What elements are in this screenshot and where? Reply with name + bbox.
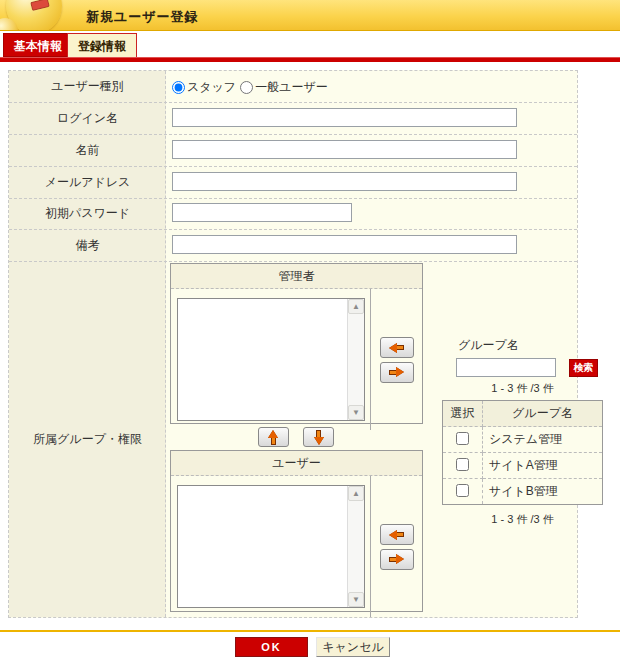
group-checkbox-site-a[interactable] xyxy=(456,458,469,471)
group-name-cell: サイトB管理 xyxy=(483,479,603,505)
group-name-cell: システム管理 xyxy=(483,427,603,453)
radio-general-user-label[interactable]: 一般ユーザー xyxy=(255,79,328,96)
user-box-body: ▲ ▼ xyxy=(171,476,422,617)
arrow-up-icon xyxy=(268,430,279,445)
scroll-up-icon[interactable]: ▲ xyxy=(348,486,364,501)
scroll-down-icon[interactable]: ▼ xyxy=(348,405,364,420)
scroll-up-icon[interactable]: ▲ xyxy=(348,299,364,314)
note-input[interactable] xyxy=(172,235,517,254)
search-button[interactable]: 検索 xyxy=(569,359,598,377)
label-name: 名前 xyxy=(9,134,166,166)
admin-listbox-scrollbar[interactable]: ▲ ▼ xyxy=(347,299,364,420)
col-header-select: 選択 xyxy=(443,401,483,427)
admin-move-buttons xyxy=(370,289,422,430)
user-listbox-scrollbar[interactable]: ▲ ▼ xyxy=(347,486,364,607)
label-group-permission: 所属グループ・権限 xyxy=(9,261,166,617)
tab-basic-info[interactable]: 基本情報 xyxy=(3,33,73,57)
result-count-bottom: 1 - 3 件 /3 件 xyxy=(442,512,603,527)
user-move-buttons xyxy=(370,476,422,617)
admin-listbox-wrap: ▲ ▼ xyxy=(171,289,370,430)
admin-box-title: 管理者 xyxy=(171,264,422,289)
new-user-registration-page: 新規ユーザー登録 基本情報 登録情報 ユーザー種別 ログイン名 名前 メールアド… xyxy=(0,0,620,662)
tab-registration-info[interactable]: 登録情報 xyxy=(67,33,137,57)
group-name-search-input[interactable] xyxy=(456,358,556,377)
label-note: 備考 xyxy=(9,229,166,261)
scroll-down-icon[interactable]: ▼ xyxy=(348,592,364,607)
move-up-button[interactable] xyxy=(258,427,289,447)
group-table: 選択 グループ名 システム管理 サイトA管理 サイトB管理 xyxy=(442,400,603,505)
radio-general-user[interactable] xyxy=(240,81,253,94)
group-checkbox-system[interactable] xyxy=(456,432,469,445)
admin-group-listbox[interactable]: ▲ ▼ xyxy=(177,298,365,421)
page-title: 新規ユーザー登録 xyxy=(86,8,199,26)
label-user-type: ユーザー種別 xyxy=(9,71,166,102)
arrow-down-icon xyxy=(313,430,324,445)
group-name-cell: サイトA管理 xyxy=(483,453,603,479)
arrow-left-icon xyxy=(389,529,404,540)
table-row: サイトA管理 xyxy=(443,453,603,479)
footer-divider xyxy=(0,630,620,632)
tab-underline-bar xyxy=(0,57,620,62)
user-group-box: ユーザー ▲ ▼ xyxy=(170,450,423,612)
initial-password-input[interactable] xyxy=(172,203,352,222)
user-type-radio-group: スタッフ 一般ユーザー xyxy=(172,79,332,96)
table-row: システム管理 xyxy=(443,427,603,453)
result-count-top: 1 - 3 件 /3 件 xyxy=(442,381,603,396)
group-name-search-label: グループ名 xyxy=(458,337,519,354)
col-header-group-name: グループ名 xyxy=(483,401,603,427)
user-move-left-button[interactable] xyxy=(380,524,414,545)
name-input[interactable] xyxy=(172,140,517,159)
user-box-title: ユーザー xyxy=(171,451,422,476)
cancel-button[interactable]: キャンセル xyxy=(316,637,390,657)
email-input[interactable] xyxy=(172,172,517,191)
app-header: 新規ユーザー登録 xyxy=(0,0,620,31)
user-listbox-wrap: ▲ ▼ xyxy=(171,476,370,617)
admin-move-right-button[interactable] xyxy=(380,362,414,383)
radio-staff[interactable] xyxy=(172,81,185,94)
table-row: サイトB管理 xyxy=(443,479,603,505)
label-email: メールアドレス xyxy=(9,166,166,198)
admin-group-box: 管理者 ▲ ▼ xyxy=(170,263,423,424)
ok-button[interactable]: OK xyxy=(235,637,308,657)
tab-bar: 基本情報 登録情報 xyxy=(0,32,620,57)
form-table: ユーザー種別 ログイン名 名前 メールアドレス 初期パスワード 備考 所属グルー… xyxy=(8,70,578,618)
admin-box-body: ▲ ▼ xyxy=(171,289,422,430)
arrow-left-icon xyxy=(389,342,404,353)
user-move-right-button[interactable] xyxy=(380,549,414,570)
logo-block-red xyxy=(30,0,50,11)
radio-staff-label[interactable]: スタッフ xyxy=(187,79,236,96)
login-name-input[interactable] xyxy=(172,108,517,127)
label-login-name: ログイン名 xyxy=(9,102,166,134)
group-table-header-row: 選択 グループ名 xyxy=(443,401,603,427)
arrow-right-icon xyxy=(389,554,404,565)
user-group-listbox[interactable]: ▲ ▼ xyxy=(177,485,365,608)
reorder-buttons xyxy=(258,427,334,447)
admin-move-left-button[interactable] xyxy=(380,337,414,358)
move-down-button[interactable] xyxy=(303,427,334,447)
group-checkbox-site-b[interactable] xyxy=(456,484,469,497)
arrow-right-icon xyxy=(389,367,404,378)
label-initial-password: 初期パスワード xyxy=(9,198,166,229)
